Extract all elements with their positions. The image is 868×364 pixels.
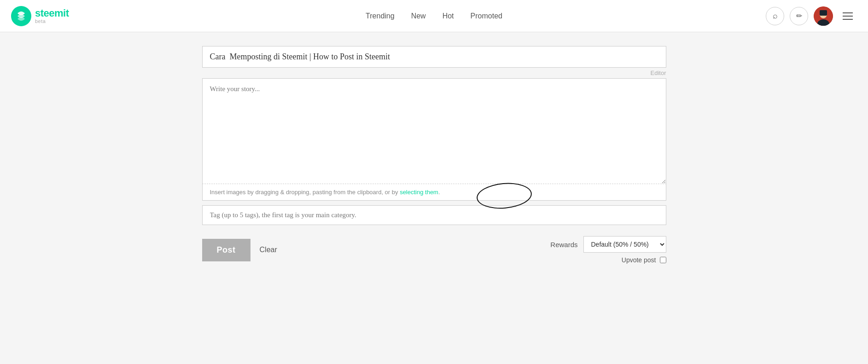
rewards-row: Rewards Default (50% / 50%) Power Up 100… xyxy=(550,236,666,253)
rewards-label: Rewards xyxy=(550,241,577,248)
nav-hot[interactable]: Hot xyxy=(443,12,454,20)
tags-input[interactable] xyxy=(202,205,666,225)
main-nav: Trending New Hot Promoted xyxy=(366,12,502,20)
svg-rect-4 xyxy=(820,10,827,16)
body-textarea[interactable] xyxy=(202,78,666,184)
image-insert-bar: Insert images by dragging & dropping, pa… xyxy=(202,184,666,201)
upvote-checkbox[interactable] xyxy=(660,257,666,263)
image-insert-text-after: . xyxy=(438,189,440,196)
rewards-select[interactable]: Default (50% / 50%) Power Up 100% Declin… xyxy=(583,236,666,253)
clear-button[interactable]: Clear xyxy=(260,246,277,254)
title-input[interactable] xyxy=(202,46,666,68)
upvote-row: Upvote post xyxy=(622,256,666,264)
nav-trending[interactable]: Trending xyxy=(366,12,395,20)
nav-promoted[interactable]: Promoted xyxy=(471,12,502,20)
search-icon: ⌕ xyxy=(773,11,778,21)
nav-new[interactable]: New xyxy=(411,12,426,20)
image-insert-text-before: Insert images by dragging & dropping, pa… xyxy=(210,189,400,196)
header: steemit beta Trending New Hot Promoted ⌕… xyxy=(0,0,868,32)
editor-label-row: Editor xyxy=(202,69,666,76)
image-select-link[interactable]: selecting them xyxy=(400,189,438,196)
right-actions: Rewards Default (50% / 50%) Power Up 100… xyxy=(550,236,666,264)
logo-text: steemit xyxy=(35,8,69,18)
hamburger-line-2 xyxy=(843,16,853,17)
user-avatar-button[interactable] xyxy=(814,6,833,26)
editor-label[interactable]: Editor xyxy=(651,69,666,76)
edit-button[interactable]: ✏ xyxy=(790,7,808,25)
logo[interactable]: steemit beta xyxy=(11,6,69,26)
header-actions: ⌕ ✏ xyxy=(766,6,857,26)
avatar xyxy=(814,6,833,26)
left-actions: Post Clear xyxy=(202,239,277,261)
steemit-logo-icon xyxy=(11,6,31,26)
hamburger-line-1 xyxy=(843,12,853,13)
action-row: Post Clear Rewards Default (50% / 50%) P… xyxy=(202,236,666,264)
logo-beta: beta xyxy=(35,19,69,24)
main-content: Editor Insert images by dragging & dropp… xyxy=(195,46,674,264)
post-button[interactable]: Post xyxy=(202,239,250,261)
pencil-icon: ✏ xyxy=(796,12,802,20)
hamburger-line-3 xyxy=(843,19,853,20)
menu-button[interactable] xyxy=(839,7,857,25)
search-button[interactable]: ⌕ xyxy=(766,7,784,25)
upvote-label: Upvote post xyxy=(622,256,656,264)
